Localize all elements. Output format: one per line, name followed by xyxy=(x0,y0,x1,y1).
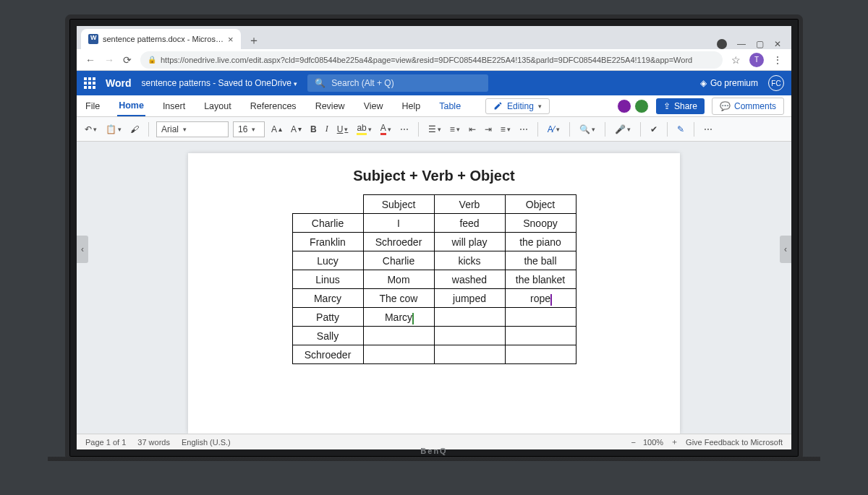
bullets-button[interactable]: ☰▾ xyxy=(426,124,443,134)
left-pane-handle[interactable]: ‹ xyxy=(77,236,88,263)
paste-button[interactable]: 📋▾ xyxy=(103,124,124,134)
dictate-button[interactable]: 🎤▾ xyxy=(613,124,633,134)
table-cell[interactable]: Schroeder xyxy=(292,345,363,364)
new-tab-button[interactable]: ＋ xyxy=(245,32,263,49)
table-cell[interactable]: kicks xyxy=(434,251,505,270)
table-cell[interactable]: Patty xyxy=(292,308,363,327)
nav-back-icon[interactable]: ← xyxy=(85,54,95,66)
find-button[interactable]: 🔍▾ xyxy=(577,124,597,134)
status-page[interactable]: Page 1 of 1 xyxy=(85,438,126,447)
table-cell[interactable]: jumped xyxy=(434,289,505,308)
table-cell[interactable]: the ball xyxy=(505,251,576,270)
feedback-link[interactable]: Give Feedback to Microsoft xyxy=(686,438,783,447)
table-cell[interactable]: feed xyxy=(434,214,505,233)
app-launcher-icon[interactable] xyxy=(84,77,95,89)
table-cell[interactable] xyxy=(434,345,505,364)
window-minimize-icon[interactable]: — xyxy=(737,39,746,49)
share-button[interactable]: ⇪ Share xyxy=(656,98,705,114)
doc-name[interactable]: sentence patterns - Saved to OneDrive ▾ xyxy=(142,78,298,88)
table-cell[interactable]: Charlie xyxy=(363,251,434,270)
window-close-icon[interactable]: ✕ xyxy=(774,39,781,49)
search-box[interactable]: 🔍 Search (Alt + Q) xyxy=(307,74,488,92)
tab-table[interactable]: Table xyxy=(438,97,462,116)
tab-help[interactable]: Help xyxy=(401,97,422,116)
zoom-level[interactable]: 100% xyxy=(643,438,663,447)
shrink-font-button[interactable]: A▾ xyxy=(289,124,304,134)
table-cell[interactable] xyxy=(505,345,576,364)
table-cell[interactable]: Marcy xyxy=(292,289,363,308)
table-cell[interactable] xyxy=(363,345,434,364)
table-cell[interactable]: Lucy xyxy=(292,251,363,270)
tab-file[interactable]: File xyxy=(84,97,101,116)
italic-button[interactable]: I xyxy=(323,124,331,134)
status-lang[interactable]: English (U.S.) xyxy=(182,438,231,447)
tab-review[interactable]: Review xyxy=(314,97,346,116)
table-cell[interactable]: Schroeder xyxy=(363,233,434,251)
table-cell[interactable]: washed xyxy=(434,270,505,289)
table-cell[interactable]: rope xyxy=(505,289,576,308)
table-cell[interactable] xyxy=(434,327,505,345)
table-cell[interactable]: will play xyxy=(434,233,505,251)
bold-button[interactable]: B xyxy=(308,124,319,134)
nav-forward-icon[interactable]: → xyxy=(104,54,114,66)
zoom-in-button[interactable]: ＋ xyxy=(671,436,678,447)
account-dot-icon[interactable] xyxy=(717,39,727,49)
go-premium-button[interactable]: ◈ Go premium xyxy=(700,78,758,88)
table-cell[interactable] xyxy=(434,308,505,327)
table-cell[interactable]: The cow xyxy=(363,289,434,308)
highlight-button[interactable]: ab▾ xyxy=(354,123,373,135)
table-header-subject[interactable]: Subject xyxy=(363,195,434,214)
grow-font-button[interactable]: A▴ xyxy=(269,124,284,134)
table-cell[interactable]: Mom xyxy=(363,270,434,289)
table-cell[interactable]: Linus xyxy=(292,270,363,289)
table-cell[interactable]: Snoopy xyxy=(505,214,576,233)
designer-button[interactable]: ✎ xyxy=(675,124,686,134)
nav-reload-icon[interactable]: ⟳ xyxy=(123,54,132,66)
editing-mode-button[interactable]: Editing ▾ xyxy=(485,98,550,114)
right-pane-handle[interactable]: ‹ xyxy=(780,236,791,263)
browser-tab[interactable]: sentence patterns.docx - Micros… × xyxy=(81,29,241,49)
table-cell[interactable]: I xyxy=(363,214,434,233)
window-maximize-icon[interactable]: ▢ xyxy=(756,39,764,49)
tab-insert[interactable]: Insert xyxy=(161,97,187,116)
table-cell[interactable] xyxy=(363,327,434,345)
tab-close-icon[interactable]: × xyxy=(228,34,234,45)
editor-button[interactable]: ✔ xyxy=(648,124,660,134)
table-cell[interactable]: Marcy xyxy=(363,308,434,327)
indent-button[interactable]: ⇥ xyxy=(482,124,494,134)
undo-button[interactable]: ↶▾ xyxy=(82,124,99,134)
comments-button[interactable]: 💬 Comments xyxy=(712,98,784,115)
tab-view[interactable]: View xyxy=(362,97,385,116)
overflow-button[interactable]: ⋯ xyxy=(702,124,715,134)
zoom-out-button[interactable]: − xyxy=(631,438,636,447)
table-cell[interactable]: Franklin xyxy=(292,233,363,251)
table-cell[interactable]: the blanket xyxy=(505,270,576,289)
table-cell[interactable]: Sally xyxy=(292,327,363,345)
underline-button[interactable]: U▾ xyxy=(335,124,351,134)
format-painter-button[interactable]: 🖌 xyxy=(128,124,141,134)
numbering-button[interactable]: ≡▾ xyxy=(448,124,462,134)
document-page[interactable]: Subject + Verb + Object Subject Verb Obj… xyxy=(188,153,680,434)
user-avatar[interactable]: FC xyxy=(768,75,784,91)
styles-button[interactable]: A⁄▾ xyxy=(545,124,562,134)
doc-table[interactable]: Subject Verb Object CharlieIfeedSnoopyFr… xyxy=(292,194,576,364)
more-para-button[interactable]: ⋯ xyxy=(517,124,530,134)
font-family-select[interactable]: Arial▾ xyxy=(156,121,229,137)
table-cell[interactable]: Charlie xyxy=(292,214,363,233)
table-header-verb[interactable]: Verb xyxy=(434,195,505,214)
url-input[interactable]: 🔒 https://onedrive.live.com/edit.aspx?cl… xyxy=(140,51,723,69)
tab-home[interactable]: Home xyxy=(117,96,145,116)
browser-menu-icon[interactable]: ⋮ xyxy=(773,54,783,66)
table-cell[interactable] xyxy=(505,327,576,345)
font-color-button[interactable]: A▾ xyxy=(378,123,393,135)
outdent-button[interactable]: ⇤ xyxy=(467,124,478,134)
font-size-select[interactable]: 16▾ xyxy=(233,121,265,137)
table-cell[interactable] xyxy=(505,308,576,327)
table-header-object[interactable]: Object xyxy=(505,195,576,214)
document-canvas[interactable]: ‹ ‹ Subject + Verb + Object Subject Verb… xyxy=(77,142,791,434)
align-button[interactable]: ≡▾ xyxy=(498,124,513,134)
status-words[interactable]: 37 words xyxy=(137,438,170,447)
tab-references[interactable]: References xyxy=(249,97,298,116)
browser-avatar[interactable]: T xyxy=(749,53,764,67)
more-font-button[interactable]: ⋯ xyxy=(398,124,411,134)
